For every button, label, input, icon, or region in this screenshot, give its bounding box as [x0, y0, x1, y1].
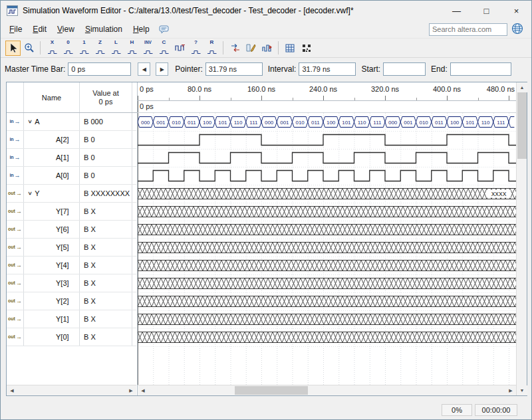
start-input[interactable]	[383, 62, 426, 76]
chevron-down-icon[interactable]: >	[27, 191, 33, 195]
high-impedance-z-button[interactable]: Z	[92, 41, 108, 56]
ruler-tick-mark	[416, 98, 417, 100]
interval-input[interactable]	[299, 62, 356, 76]
selection-tool-button[interactable]	[5, 41, 21, 56]
elapsed-time: 00:00:00	[475, 404, 517, 416]
pin-cell: out→	[7, 274, 24, 292]
minimize-button[interactable]: —	[442, 1, 471, 21]
scroll-track[interactable]	[17, 385, 126, 395]
snap-to-transition-button[interactable]	[299, 41, 314, 56]
in-pin-icon: in→	[9, 136, 20, 143]
signal-value-cell: B X	[80, 310, 132, 328]
editor-main-area: Name Value at 0 ps in→>AB 000in→A[2]B 0i…	[6, 82, 527, 396]
maximize-button[interactable]: □	[471, 1, 501, 21]
snap-to-grid-button[interactable]	[283, 41, 298, 56]
force-low-0-button[interactable]: 0	[61, 41, 76, 56]
timebar-step-left-button[interactable]: ◀	[138, 62, 150, 76]
resize-grip[interactable]	[520, 404, 528, 416]
scroll-right-button[interactable]: ▶	[126, 385, 136, 395]
chevron-down-icon[interactable]: >	[27, 120, 33, 123]
search-area	[429, 23, 528, 36]
waveform-area[interactable]: 0000010100111001011101110000010100111001…	[138, 113, 516, 385]
arbitrary-value-button[interactable]: ?	[188, 41, 203, 56]
signal-row-y5[interactable]: out→Y[5]B X	[7, 239, 136, 257]
svg-text:001: 001	[280, 120, 289, 126]
weak-low-l-button[interactable]: L	[108, 41, 124, 56]
scroll-right-button[interactable]: ▶	[505, 385, 516, 395]
title-bar[interactable]: Simulation Waveform Editor - C:/altera/1…	[1, 1, 531, 21]
vertical-scrollbar[interactable]: ▲ ▼	[516, 82, 527, 395]
signal-row-y7[interactable]: out→Y[7]B X	[7, 203, 136, 221]
search-input[interactable]	[429, 23, 507, 36]
scroll-left-button[interactable]: ◀	[138, 385, 148, 395]
names-horizontal-scrollbar[interactable]: ◀ ▶	[7, 385, 136, 395]
random-values-button[interactable]: R	[204, 41, 219, 56]
scroll-down-button[interactable]: ▼	[517, 385, 527, 395]
overwrite-clock-button[interactable]	[172, 41, 188, 56]
signal-row-y0[interactable]: out→Y[0]B X	[7, 328, 136, 346]
run-simulation-button[interactable]	[259, 41, 275, 56]
svg-text:100: 100	[450, 120, 460, 126]
out-pin-icon: out→	[8, 208, 22, 215]
scroll-track[interactable]	[148, 385, 505, 395]
signal-row-y2[interactable]: out→Y[2]B X	[7, 292, 136, 310]
feedback-bubble-icon[interactable]	[159, 25, 169, 34]
signal-name-cell: Y[6]	[24, 221, 80, 238]
ruler-tick-mark	[261, 96, 262, 100]
in-pin-icon: in→	[9, 118, 20, 125]
tool-bar: X01ZLHINVC?R	[1, 38, 531, 58]
scroll-track[interactable]	[517, 92, 527, 385]
signal-row-y3[interactable]: out→Y[3]B X	[7, 274, 136, 292]
signal-row-a2[interactable]: in→A[2]B 0	[7, 131, 136, 149]
close-button[interactable]: ×	[501, 1, 531, 21]
signal-row-y4[interactable]: out→Y[4]B X	[7, 257, 136, 274]
app-window: Simulation Waveform Editor - C:/altera/1…	[0, 0, 532, 420]
signal-row-y6[interactable]: out→Y[6]B X	[7, 221, 136, 239]
signal-value-cell: B 000	[80, 113, 132, 130]
previous-transition-button[interactable]	[227, 41, 243, 56]
uncertainty-x-button[interactable]: X	[45, 41, 60, 56]
count-value-icon: C	[160, 40, 169, 56]
weak-low-l-icon: L	[112, 40, 121, 56]
waveform-horizontal-scrollbar[interactable]: ◀ ▶	[138, 385, 516, 395]
scroll-left-button[interactable]: ◀	[7, 385, 17, 395]
menu-edit[interactable]: Edit	[27, 22, 52, 37]
force-high-1-icon: 1	[80, 40, 89, 56]
end-input[interactable]	[450, 62, 511, 76]
out-pin-icon: out→	[8, 334, 22, 340]
menu-file[interactable]: File	[4, 22, 27, 37]
pin-cell: in→	[7, 167, 24, 184]
force-low-0-icon: 0	[64, 40, 73, 56]
signal-row-a1[interactable]: in→A[1]B 0	[7, 149, 136, 167]
arbitrary-value-icon: ?	[192, 40, 201, 56]
menu-view[interactable]: View	[52, 22, 80, 37]
svg-text:010: 010	[295, 120, 305, 126]
signal-row-a[interactable]: in→>AB 000	[7, 113, 136, 131]
scroll-thumb[interactable]	[235, 386, 308, 395]
force-high-1-button[interactable]: 1	[76, 41, 92, 56]
timebar-step-right-button[interactable]: ▶	[156, 62, 168, 76]
signal-value-cell: B X	[80, 274, 132, 292]
signal-row-y1[interactable]: out→Y[1]B X	[7, 310, 136, 328]
zoom-tool-button[interactable]	[21, 41, 37, 56]
menu-simulation[interactable]: Simulation	[80, 22, 128, 37]
ruler-tick-mark	[293, 98, 293, 100]
count-value-button[interactable]: C	[156, 41, 172, 56]
invert-button[interactable]: INV	[140, 41, 156, 56]
in-pin-icon: in→	[9, 154, 20, 161]
time-ruler[interactable]: 0 ps80.0 ns160.0 ns240.0 ns320.0 ns400.0…	[138, 82, 516, 101]
ruler-tick-label: 320.0 ns	[371, 85, 399, 93]
pointer-input[interactable]	[205, 62, 263, 76]
signal-row-a0[interactable]: in→A[0]B 0	[7, 167, 136, 185]
menu-help[interactable]: Help	[128, 22, 155, 37]
scroll-thumb[interactable]	[517, 92, 527, 159]
master-timebar-strip[interactable]: 0 ps	[138, 101, 516, 113]
scroll-up-button[interactable]: ▲	[517, 82, 527, 92]
out-pin-icon: out→	[8, 280, 22, 286]
master-time-input[interactable]	[68, 62, 131, 76]
insert-waveform-button[interactable]	[243, 41, 259, 56]
globe-icon[interactable]	[511, 23, 524, 36]
pin-cell: in→	[7, 131, 24, 148]
signal-row-y[interactable]: out→>YB XXXXXXXX	[7, 185, 136, 203]
weak-high-h-button[interactable]: H	[124, 41, 140, 56]
